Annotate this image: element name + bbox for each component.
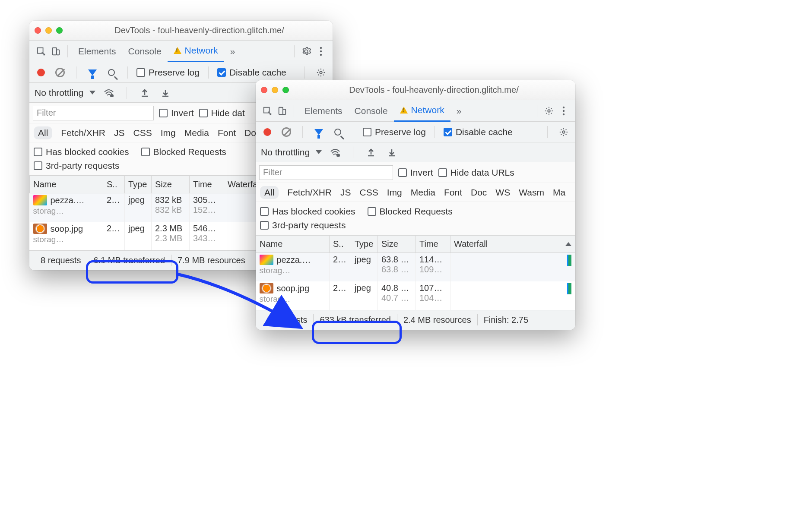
device-toggle-icon[interactable] <box>48 44 63 59</box>
tab-network[interactable]: Network <box>168 41 224 62</box>
chip-css[interactable]: CSS <box>360 187 378 198</box>
chip-fetch[interactable]: Fetch/XHR <box>287 187 332 198</box>
chip-js[interactable]: JS <box>114 128 125 138</box>
col-name[interactable]: Name <box>256 236 330 253</box>
tab-elements[interactable]: Elements <box>298 100 349 122</box>
kebab-icon[interactable] <box>314 44 328 59</box>
filter-toggle-icon[interactable] <box>311 125 326 139</box>
record-button[interactable] <box>260 125 275 139</box>
chip-fetch[interactable]: Fetch/XHR <box>61 128 105 138</box>
chip-all[interactable]: All <box>34 126 52 139</box>
svg-point-6 <box>320 71 322 74</box>
hide-data-urls-checkbox[interactable]: Hide data URLs <box>438 167 514 178</box>
clear-button[interactable] <box>53 65 67 80</box>
chip-js[interactable]: JS <box>340 187 351 198</box>
col-time[interactable]: Time <box>416 236 450 253</box>
filter-toggle-icon[interactable] <box>85 65 100 80</box>
throttle-select[interactable]: No throttling <box>261 147 322 158</box>
gear-icon[interactable] <box>299 44 314 59</box>
chip-font[interactable]: Font <box>444 187 462 198</box>
filter-input[interactable]: Filter <box>259 165 393 180</box>
table-row[interactable]: pezza.…storag… 2… jpeg 63.8 …63.8 … 114…… <box>256 253 575 281</box>
kebab-icon[interactable] <box>556 104 571 118</box>
titlebar[interactable]: DevTools - foul-heavenly-direction.glitc… <box>256 80 575 100</box>
invert-checkbox[interactable]: Invert <box>159 108 194 118</box>
network-settings-icon[interactable] <box>556 125 571 139</box>
inspect-icon[interactable] <box>34 44 48 59</box>
inspect-icon[interactable] <box>260 104 275 118</box>
filter-row: Filter Invert Hide data URLs <box>256 162 575 183</box>
col-name[interactable]: Name <box>30 176 103 193</box>
preserve-log-checkbox[interactable]: Preserve log <box>136 67 200 78</box>
col-type[interactable]: Type <box>351 236 378 253</box>
blocked-cookies-checkbox[interactable]: Has blocked cookies <box>260 206 355 217</box>
invert-checkbox[interactable]: Invert <box>398 167 433 178</box>
throttle-select[interactable]: No throttling <box>35 88 95 98</box>
tab-console[interactable]: Console <box>122 41 168 62</box>
chip-media[interactable]: Media <box>411 187 435 198</box>
minimize-icon[interactable] <box>45 27 52 34</box>
col-size[interactable]: Size <box>378 236 416 253</box>
record-button[interactable] <box>34 65 48 80</box>
svg-point-11 <box>548 110 550 112</box>
search-icon[interactable] <box>104 65 119 80</box>
svg-rect-1 <box>53 47 57 55</box>
network-conditions-icon[interactable] <box>328 145 343 160</box>
col-waterfall[interactable]: Waterfall <box>450 236 575 253</box>
device-toggle-icon[interactable] <box>275 104 289 118</box>
upload-har-icon[interactable] <box>364 145 378 160</box>
blocked-requests-checkbox[interactable]: Blocked Requests <box>141 147 226 157</box>
col-status[interactable]: S.. <box>103 176 125 193</box>
minimize-icon[interactable] <box>272 87 278 93</box>
upload-har-icon[interactable] <box>137 85 152 100</box>
maximize-icon[interactable] <box>282 87 289 93</box>
tab-elements[interactable]: Elements <box>72 41 122 62</box>
table-row[interactable]: soop.jpgstorag… 2… jpeg 40.8 …40.7 … 107… <box>256 281 575 310</box>
requests-table[interactable]: Name S.. Type Size Time Waterfall pezza.… <box>256 235 575 310</box>
disable-cache-checkbox[interactable]: Disable cache <box>217 67 286 78</box>
tab-network[interactable]: Network <box>394 100 450 122</box>
col-type[interactable]: Type <box>125 176 152 193</box>
col-status[interactable]: S.. <box>330 236 351 253</box>
blocked-cookies-checkbox[interactable]: Has blocked cookies <box>34 147 129 157</box>
col-size[interactable]: Size <box>152 176 190 193</box>
filter-input[interactable]: Filter <box>33 106 154 120</box>
chip-wasm[interactable]: Wasm <box>519 187 544 198</box>
third-party-checkbox[interactable]: 3rd-party requests <box>34 161 119 171</box>
tabs-overflow[interactable]: » <box>224 41 241 62</box>
close-icon[interactable] <box>261 87 267 93</box>
network-settings-icon[interactable] <box>314 65 328 80</box>
chip-font[interactable]: Font <box>218 128 236 138</box>
hide-data-urls-checkbox[interactable]: Hide dat <box>199 108 245 118</box>
download-har-icon[interactable] <box>158 85 173 100</box>
col-time[interactable]: Time <box>190 176 224 193</box>
thumbnail-icon <box>33 224 47 234</box>
download-har-icon[interactable] <box>384 145 399 160</box>
chip-img[interactable]: Img <box>161 128 176 138</box>
tabs-overflow[interactable]: » <box>450 100 468 122</box>
chip-manifest[interactable]: Ma <box>553 187 565 198</box>
status-bar: 8 requests 633 kB transferred 2.4 MB res… <box>256 310 575 330</box>
preserve-log-checkbox[interactable]: Preserve log <box>363 127 426 137</box>
chip-css[interactable]: CSS <box>133 128 152 138</box>
tab-console[interactable]: Console <box>349 100 394 122</box>
disable-cache-checkbox[interactable]: Disable cache <box>444 127 513 137</box>
chip-doc[interactable]: Doc <box>471 187 487 198</box>
throttle-row: No throttling <box>256 142 575 162</box>
chevron-down-icon <box>316 150 322 154</box>
clear-button[interactable] <box>279 125 294 139</box>
blocked-requests-checkbox[interactable]: Blocked Requests <box>368 206 453 217</box>
status-transferred: 6.1 MB transferred <box>87 256 171 265</box>
titlebar[interactable]: DevTools - foul-heavenly-direction.glitc… <box>29 21 333 41</box>
search-icon[interactable] <box>330 125 345 139</box>
close-icon[interactable] <box>35 27 41 34</box>
third-party-checkbox[interactable]: 3rd-party requests <box>260 220 346 230</box>
chip-img[interactable]: Img <box>387 187 402 198</box>
chip-all[interactable]: All <box>260 186 279 199</box>
chip-ws[interactable]: WS <box>495 187 510 198</box>
network-conditions-icon[interactable] <box>102 85 116 100</box>
gear-icon[interactable] <box>542 104 556 118</box>
chip-media[interactable]: Media <box>184 128 209 138</box>
maximize-icon[interactable] <box>56 27 63 34</box>
status-finish: Finish: 2.75 <box>478 315 534 325</box>
